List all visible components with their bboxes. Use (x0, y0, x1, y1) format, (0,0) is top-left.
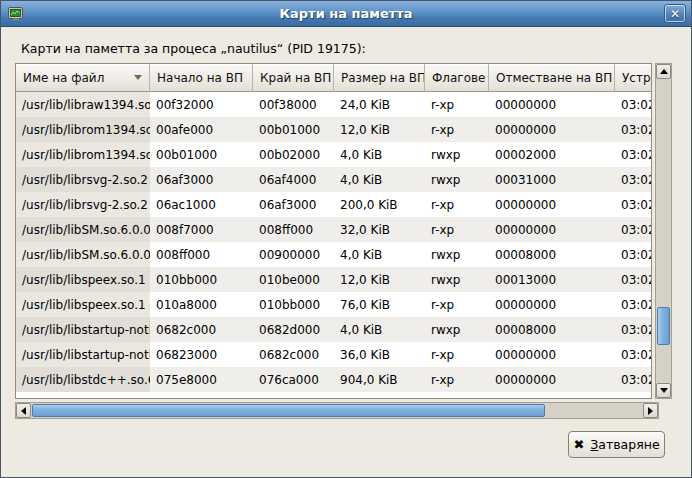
column-header-filename[interactable]: Име на файл (16, 64, 150, 92)
cell-vm_end: 00900000 (253, 242, 334, 267)
cell-device: 03:02 (615, 117, 651, 142)
cell-flags: rwxp (425, 142, 489, 167)
vertical-scrollbar[interactable] (655, 63, 672, 399)
cell-filename: /usr/lib/libstdc++.so.6 (16, 367, 150, 392)
table-row[interactable]: /usr/lib/libSM.so.6.0.0008ff000009000004… (16, 242, 651, 267)
cell-vm_offset: 00000000 (489, 217, 615, 242)
cell-device: 03:02 (615, 292, 651, 317)
cell-vm_size: 76,0 KiB (334, 292, 425, 317)
cell-vm_start: 010a8000 (150, 292, 253, 317)
cell-vm_size: 4,0 KiB (334, 167, 425, 192)
cell-vm_size: 4,0 KiB (334, 142, 425, 167)
memory-maps-table: Име на файлНачало на ВПКрай на ВПРазмер … (15, 63, 652, 399)
cell-flags: rwxp (425, 242, 489, 267)
cell-vm_start: 06af3000 (150, 167, 253, 192)
scroll-up-button[interactable] (656, 64, 671, 79)
scroll-down-button[interactable] (656, 383, 671, 398)
cell-vm_start: 008f7000 (150, 217, 253, 242)
column-header-label: Устройство (622, 71, 651, 85)
cell-vm_start: 06ac1000 (150, 192, 253, 217)
column-header-vm_offset[interactable]: Отместване на ВП (489, 64, 615, 92)
scroll-left-button[interactable] (16, 403, 31, 418)
column-header-label: Отместване на ВП (496, 71, 612, 85)
column-header-vm_start[interactable]: Начало на ВП (150, 64, 253, 92)
table-row[interactable]: /usr/lib/libstartup-notification0682c000… (16, 317, 651, 342)
cell-vm_start: 00b01000 (150, 142, 253, 167)
cell-flags: r-xp (425, 342, 489, 367)
column-header-flags[interactable]: Флагове (425, 64, 489, 92)
cell-vm_offset: 00000000 (489, 342, 615, 367)
table-row[interactable]: /usr/lib/libspeex.so.1010bb000010be00012… (16, 267, 651, 292)
table-row[interactable]: /usr/lib/librsvg-2.so.206ac100006af30002… (16, 192, 651, 217)
table-row[interactable]: /usr/lib/librom1394.so00b0100000b020004,… (16, 142, 651, 167)
cell-flags: r-xp (425, 92, 489, 117)
cell-filename: /usr/lib/librsvg-2.so.2 (16, 167, 150, 192)
cell-vm_size: 32,0 KiB (334, 217, 425, 242)
cell-vm_start: 06823000 (150, 342, 253, 367)
cell-vm_start: 00f32000 (150, 92, 253, 117)
column-header-label: Край на ВП (260, 71, 331, 85)
cell-vm_size: 4,0 KiB (334, 242, 425, 267)
cell-vm_end: 00b01000 (253, 117, 334, 142)
table-row[interactable]: /usr/lib/libspeex.so.1010a8000010bb00076… (16, 292, 651, 317)
cell-vm_end: 010be000 (253, 267, 334, 292)
cell-device: 03:02 (615, 342, 651, 367)
cell-vm_size: 4,0 KiB (334, 317, 425, 342)
cell-vm_offset: 00000000 (489, 367, 615, 392)
table-header: Име на файлНачало на ВПКрай на ВПРазмер … (16, 64, 651, 92)
cell-device: 03:02 (615, 167, 651, 192)
column-header-vm_size[interactable]: Размер на ВП (334, 64, 425, 92)
table-row[interactable]: /usr/lib/libstartup-notification06823000… (16, 342, 651, 367)
cell-flags: r-xp (425, 217, 489, 242)
cell-filename: /usr/lib/libSM.so.6.0.0 (16, 217, 150, 242)
cell-vm_start: 0682c000 (150, 317, 253, 342)
vertical-scrollbar-thumb[interactable] (657, 307, 670, 345)
cell-device: 03:02 (615, 92, 651, 117)
cell-vm_offset: 00000000 (489, 117, 615, 142)
titlebar[interactable]: Карти на паметта ✕ (1, 1, 691, 27)
cell-filename: /usr/lib/librom1394.so (16, 117, 150, 142)
table-row[interactable]: /usr/lib/libSM.so.6.0.0008f7000008ff0003… (16, 217, 651, 242)
system-monitor-icon (7, 5, 25, 23)
arrow-left-icon (21, 407, 26, 415)
table-row[interactable]: /usr/lib/librsvg-2.so.206af300006af40004… (16, 167, 651, 192)
cell-vm_end: 06af3000 (253, 192, 334, 217)
close-button[interactable]: ✖ Затваряне (568, 431, 665, 458)
titlebar-close-button[interactable]: ✕ (664, 4, 686, 23)
close-x-icon: ✖ (573, 438, 584, 451)
dialog-subtitle: Карти на паметта за процеса „nautilus“ (… (21, 41, 366, 56)
arrow-up-icon (660, 69, 668, 74)
arrow-down-icon (660, 388, 668, 393)
scroll-right-button[interactable] (643, 403, 658, 418)
cell-filename: /usr/lib/librom1394.so (16, 142, 150, 167)
cell-vm_offset: 00008000 (489, 242, 615, 267)
cell-flags: r-xp (425, 367, 489, 392)
cell-flags: r-xp (425, 192, 489, 217)
cell-filename: /usr/lib/libstartup-notification (16, 317, 150, 342)
cell-device: 03:02 (615, 217, 651, 242)
cell-flags: rwxp (425, 317, 489, 342)
table-row[interactable]: /usr/lib/librom1394.so00afe00000b0100012… (16, 117, 651, 142)
cell-device: 03:02 (615, 317, 651, 342)
cell-device: 03:02 (615, 367, 651, 392)
horizontal-scrollbar-thumb[interactable] (32, 404, 545, 417)
table-row[interactable]: /usr/lib/libstdc++.so.6075e8000076ca0009… (16, 367, 651, 392)
cell-vm_offset: 00031000 (489, 167, 615, 192)
cell-vm_end: 010bb000 (253, 292, 334, 317)
horizontal-scrollbar[interactable] (15, 402, 659, 419)
column-header-device[interactable]: Устройство (615, 64, 651, 92)
cell-vm_start: 010bb000 (150, 267, 253, 292)
table-body: /usr/lib/libraw1394.so00f3200000f3800024… (16, 92, 651, 392)
cell-vm_offset: 00013000 (489, 267, 615, 292)
cell-vm_start: 075e8000 (150, 367, 253, 392)
cell-vm_size: 12,0 KiB (334, 267, 425, 292)
cell-filename: /usr/lib/libspeex.so.1 (16, 267, 150, 292)
sort-descending-icon (134, 75, 142, 80)
cell-vm_size: 904,0 KiB (334, 367, 425, 392)
cell-vm_end: 00b02000 (253, 142, 334, 167)
table-row[interactable]: /usr/lib/libraw1394.so00f3200000f3800024… (16, 92, 651, 117)
cell-vm_start: 008ff000 (150, 242, 253, 267)
column-header-vm_end[interactable]: Край на ВП (253, 64, 334, 92)
cell-vm_size: 12,0 KiB (334, 117, 425, 142)
cell-vm_offset: 00000000 (489, 192, 615, 217)
